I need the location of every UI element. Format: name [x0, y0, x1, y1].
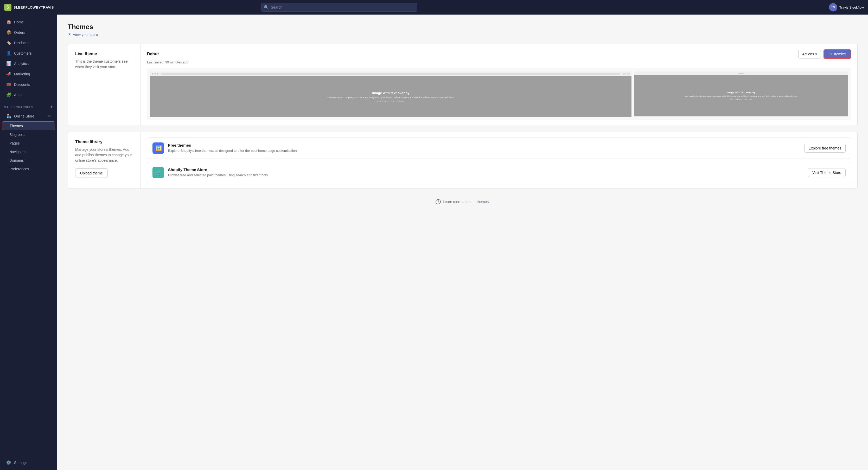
search-bar: 🔍 — [261, 3, 417, 12]
mockup-desktop-title: Image with text overlay — [372, 91, 409, 95]
sidebar-sub-item-themes[interactable]: Themes — [2, 122, 55, 130]
free-themes-card: 🖼️ Free themes Explore Shopify's free th… — [147, 137, 851, 159]
analytics-icon: 📊 — [6, 61, 11, 66]
free-themes-text: Free themes Explore Shopify's free theme… — [168, 143, 800, 153]
live-theme-card: Live theme This is the theme customers s… — [68, 44, 858, 126]
sidebar: 🏠Home📦Orders🏷️Products👤Customers📊Analyti… — [0, 14, 57, 470]
learn-more-text: Learn more about — [443, 200, 472, 204]
sidebar-sub-item-domains[interactable]: Domains — [2, 156, 55, 165]
theme-library-card: Theme library Manage your store's themes… — [68, 132, 858, 189]
theme-store-title: Shopify Theme Store — [168, 167, 804, 172]
discounts-icon: 🎟️ — [6, 82, 11, 87]
products-icon: 🏷️ — [6, 40, 11, 45]
theme-store-icon: 🛒 — [152, 167, 164, 178]
sidebar-sub-item-navigation[interactable]: Navigation — [2, 148, 55, 156]
avatar: TS — [829, 3, 837, 11]
apps-icon: 🧩 — [6, 92, 11, 97]
home-icon: 🏠 — [6, 20, 11, 25]
search-input[interactable] — [261, 3, 417, 12]
customize-button[interactable]: Customize — [824, 49, 851, 59]
user-name: Travis Sleekflow — [839, 5, 864, 9]
theme-saved-time: Last saved: 39 minutes ago — [147, 60, 851, 64]
theme-store-card: 🛒 Shopify Theme Store Browse free and se… — [147, 162, 851, 183]
chevron-down-icon: ▾ — [815, 52, 817, 56]
eye-link-icon: 👁 — [68, 33, 71, 37]
main-content: Themes 👁 View your store Live theme This… — [57, 14, 868, 470]
mockup-desktop-sub: Use overlay text to give your customers … — [327, 96, 454, 99]
explore-free-themes-button[interactable]: Explore free themes — [804, 144, 846, 153]
eye-icon: 👁 — [48, 114, 51, 118]
sidebar-item-orders[interactable]: 📦Orders — [2, 27, 55, 37]
add-channel-button[interactable]: + — [50, 104, 53, 110]
sidebar-item-customers[interactable]: 👤Customers — [2, 48, 55, 58]
orders-icon: 📦 — [6, 30, 11, 35]
library-title: Theme library — [75, 140, 133, 144]
settings-icon: ⚙️ — [6, 460, 11, 465]
sales-channels-section: SALES CHANNELS + — [0, 100, 57, 111]
themes-link[interactable]: themes. — [477, 200, 490, 204]
library-desc: Manage your store's themes. Add and publ… — [75, 147, 133, 163]
sidebar-item-home[interactable]: 🏠Home — [2, 17, 55, 27]
sidebar-item-discounts[interactable]: 🎟️Discounts — [2, 79, 55, 90]
view-store-link[interactable]: 👁 View your store — [68, 33, 858, 37]
actions-button[interactable]: Actions ▾ — [798, 49, 821, 59]
user-menu[interactable]: TS Travis Sleekflow — [829, 3, 864, 11]
learn-more-section: ? Learn more about themes. — [68, 195, 858, 208]
sidebar-item-marketing[interactable]: 📣Marketing — [2, 69, 55, 79]
mockup-mobile-sub: Use overlay text to give your customers … — [685, 95, 797, 98]
search-icon: 🔍 — [264, 5, 269, 10]
sidebar-sub-item-pages[interactable]: Pages — [2, 139, 55, 147]
free-themes-title: Free themes — [168, 143, 800, 147]
free-themes-icon: 🖼️ — [152, 142, 164, 154]
sidebar-item-settings[interactable]: ⚙️ Settings — [2, 458, 55, 468]
live-theme-info: Live theme This is the theme customers s… — [68, 44, 141, 126]
shopify-icon: S — [4, 4, 11, 11]
theme-store-text: Shopify Theme Store Browse free and sele… — [168, 167, 804, 177]
online-store-icon: 🏪 — [6, 113, 11, 119]
sidebar-sub-item-preferences[interactable]: Preferences — [2, 165, 55, 173]
theme-store-desc: Browse free and selected paid themes usi… — [168, 173, 804, 177]
sidebar-item-apps[interactable]: 🧩Apps — [2, 90, 55, 100]
free-themes-desc: Explore Shopify's free themes, all desig… — [168, 148, 800, 153]
upload-theme-button[interactable]: Upload theme — [75, 168, 108, 178]
library-options: 🖼️ Free themes Explore Shopify's free th… — [141, 132, 857, 189]
topnav: S SLEEKFLOWBYTRAVIS 🔍 TS Travis Sleekflo… — [0, 0, 868, 14]
sidebar-sub-item-blog-posts[interactable]: Blog posts — [2, 131, 55, 139]
page-title: Themes — [68, 23, 858, 31]
live-theme-section-title: Live theme — [75, 52, 133, 56]
app-layout: 🏠Home📦Orders🏷️Products👤Customers📊Analyti… — [0, 14, 868, 470]
mockup-mobile-featured: FEATURED COLLECTION — [730, 99, 752, 100]
marketing-icon: 📣 — [6, 71, 11, 76]
store-logo[interactable]: S SLEEKFLOWBYTRAVIS — [4, 4, 54, 11]
theme-preview-area: Debut Actions ▾ Customize Last saved: 39… — [141, 44, 857, 126]
sidebar-item-analytics[interactable]: 📊Analytics — [2, 59, 55, 69]
live-theme-desc: This is the theme customers see when the… — [75, 59, 133, 70]
store-name: SLEEKFLOWBYTRAVIS — [13, 5, 54, 9]
mockup-mobile-title: Image with text overlay — [727, 91, 755, 94]
sidebar-item-online-store[interactable]: 🏪 Online Store 👁 — [2, 111, 55, 121]
library-info: Theme library Manage your store's themes… — [68, 132, 141, 189]
mobile-preview: Image with text overlay Use overlay text… — [634, 71, 848, 117]
mockup-featured: FEATURED COLLECTION — [377, 100, 404, 102]
help-icon: ? — [436, 199, 441, 204]
customers-icon: 👤 — [6, 51, 11, 56]
theme-name: Debut — [147, 52, 159, 57]
visit-theme-store-button[interactable]: Visit Theme Store — [808, 168, 846, 177]
desktop-preview: Image with text overlay Use overlay text… — [150, 71, 631, 117]
theme-preview-mockup: Image with text overlay Use overlay text… — [147, 68, 851, 120]
sidebar-item-products[interactable]: 🏷️Products — [2, 38, 55, 48]
